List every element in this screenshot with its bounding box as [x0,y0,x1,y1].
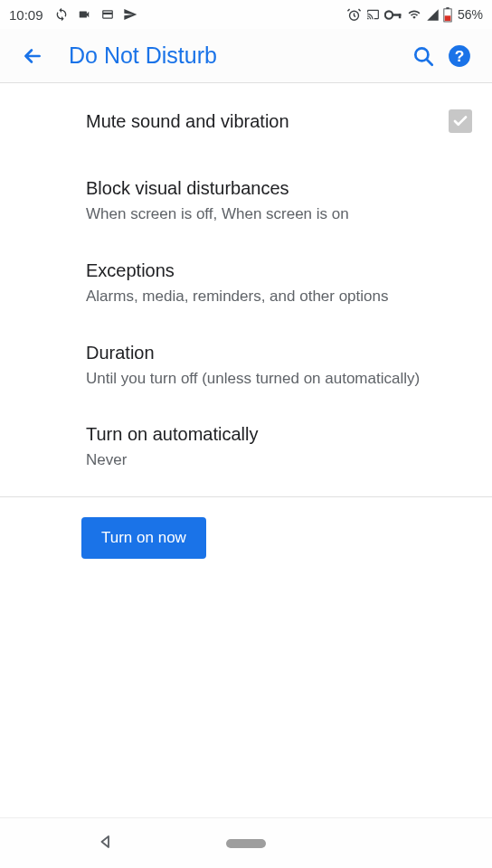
card-icon [99,8,116,21]
status-right: 56% [346,7,483,23]
mute-sound-title: Mute sound and vibration [86,108,478,134]
mute-sound-checkbox[interactable] [449,109,472,133]
duration-item[interactable]: Duration Until you turn off (unless turn… [0,324,492,406]
status-bar: 10:09 56% [0,0,492,29]
svg-rect-6 [445,15,451,21]
svg-line-8 [427,59,432,64]
wifi-icon [406,8,422,21]
nav-back-button[interactable] [98,834,114,854]
svg-rect-3 [399,14,402,18]
exceptions-sub: Alarms, media, reminders, and other opti… [86,286,478,307]
status-left: 10:09 [9,7,137,23]
cast-icon [365,8,381,21]
action-row: Turn on now [0,497,492,579]
search-button[interactable] [405,38,441,74]
turn-on-auto-item[interactable]: Turn on automatically Never [0,405,492,487]
send-icon [123,7,137,22]
alarm-icon [346,7,362,23]
page-title: Do Not Disturb [69,42,405,69]
svg-point-1 [385,11,393,18]
content: Mute sound and vibration Block visual di… [0,83,492,579]
block-visual-sub: When screen is off, When screen is on [86,203,478,225]
battery-percentage: 56% [458,7,483,22]
block-visual-item[interactable]: Block visual disturbances When screen is… [0,159,492,241]
svg-text:?: ? [455,46,465,64]
help-button[interactable]: ? [441,38,478,74]
app-bar: Do Not Disturb ? [0,29,492,83]
signal-icon [426,8,440,22]
sync-icon [54,7,69,22]
back-button[interactable] [14,38,51,74]
duration-title: Duration [86,340,478,365]
duration-sub: Until you turn off (unless turned on aut… [86,368,478,390]
exceptions-item[interactable]: Exceptions Alarms, media, reminders, and… [0,241,492,324]
mute-sound-item[interactable]: Mute sound and vibration [0,83,492,159]
nav-bar [0,817,492,868]
nav-home-pill[interactable] [226,839,266,848]
turn-on-auto-sub: Never [86,449,478,471]
video-icon [76,8,92,21]
status-time: 10:09 [9,7,43,23]
battery-icon [443,7,452,23]
turn-on-auto-title: Turn on automatically [86,421,478,447]
key-icon [384,10,402,20]
turn-on-now-button[interactable]: Turn on now [81,517,206,559]
block-visual-title: Block visual disturbances [86,175,478,201]
exceptions-title: Exceptions [86,258,478,283]
